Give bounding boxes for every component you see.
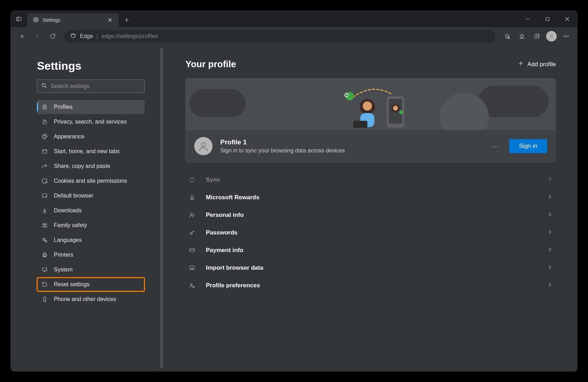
- signin-button[interactable]: Sign in: [509, 139, 547, 153]
- svg-point-7: [550, 35, 552, 37]
- collections-button[interactable]: [530, 30, 543, 43]
- sidebar-item-phone[interactable]: Phone and other devices: [37, 292, 145, 306]
- refresh-button[interactable]: [46, 30, 59, 43]
- svg-point-13: [44, 106, 45, 107]
- profile-avatar-icon: [194, 137, 213, 155]
- svg-rect-44: [190, 249, 195, 252]
- sidebar-item-label: Share, copy and paste: [54, 163, 110, 169]
- settings-heading: Settings: [37, 60, 145, 73]
- setting-label: Payment info: [206, 247, 537, 254]
- reset-icon: [41, 281, 48, 288]
- chevron-right-icon: [547, 194, 553, 201]
- new-tab-button[interactable]: [121, 14, 133, 26]
- language-icon: [41, 237, 48, 244]
- svg-point-23: [43, 224, 45, 225]
- setting-sync: Sync: [185, 171, 556, 189]
- svg-point-8: [564, 36, 565, 37]
- sidebar-item-label: Phone and other devices: [54, 296, 116, 302]
- setting-personal-info[interactable]: Personal info: [185, 206, 556, 224]
- sidebar-item-cookies[interactable]: Cookies and site permissions: [37, 174, 145, 188]
- sidebar-item-downloads[interactable]: Downloads: [37, 203, 145, 218]
- profile-icon: [41, 104, 48, 111]
- sidebar-item-label: Family safety: [54, 222, 87, 228]
- profile-more-button[interactable]: ···: [489, 142, 501, 150]
- sidebar-item-label: Printers: [54, 252, 73, 258]
- lock-icon: [41, 118, 48, 125]
- svg-point-42: [190, 213, 192, 215]
- browser-icon: [41, 192, 48, 199]
- setting-label: Sync: [206, 176, 537, 183]
- setting-rewards[interactable]: Microsoft Rewards: [185, 189, 556, 206]
- sidebar-item-label: System: [54, 267, 72, 273]
- sidebar-item-appearance[interactable]: Appearance: [37, 130, 145, 144]
- forward-button[interactable]: [31, 30, 44, 43]
- setting-passwords[interactable]: Passwords: [185, 224, 556, 242]
- edge-icon: [70, 32, 76, 40]
- search-icon: [41, 82, 47, 90]
- printer-icon: [41, 251, 48, 258]
- svg-rect-26: [44, 253, 46, 254]
- share-icon: [41, 163, 48, 170]
- sidebar-item-start[interactable]: Start, home, and new tabs: [37, 144, 145, 158]
- sidebar-item-label: Appearance: [54, 133, 84, 140]
- sync-icon: [188, 177, 196, 183]
- svg-point-9: [566, 36, 567, 37]
- add-profile-button[interactable]: Add profile: [518, 60, 556, 68]
- chevron-right-icon: [547, 211, 553, 219]
- sidebar-item-label: Profiles: [54, 104, 72, 110]
- import-icon: [188, 265, 196, 271]
- svg-rect-3: [546, 18, 549, 21]
- sidebar-item-label: Downloads: [54, 207, 82, 214]
- sidebar-item-languages[interactable]: Languages: [37, 233, 145, 247]
- svg-point-38: [393, 106, 398, 111]
- setting-import[interactable]: Import browser data: [185, 259, 556, 277]
- app-menu-button[interactable]: [559, 30, 573, 43]
- setting-payment[interactable]: Payment info: [185, 242, 556, 259]
- tab-actions-button[interactable]: [11, 11, 27, 27]
- svg-rect-1: [17, 17, 19, 21]
- sidebar-item-label: Start, home, and new tabs: [54, 148, 120, 155]
- family-icon: [41, 222, 48, 229]
- chevron-right-icon: [547, 246, 553, 254]
- svg-point-32: [363, 101, 372, 111]
- address-bar[interactable]: Edge | edge://settings/profiles: [64, 30, 495, 43]
- close-window-button[interactable]: [557, 11, 577, 27]
- svg-point-10: [568, 36, 568, 37]
- profile-button[interactable]: [545, 30, 558, 43]
- back-button[interactable]: [15, 30, 29, 43]
- minimize-button[interactable]: [518, 11, 538, 27]
- svg-point-39: [399, 110, 403, 114]
- sidebar-item-system[interactable]: System: [37, 263, 145, 277]
- sidebar-item-label: Reset settings: [54, 281, 89, 288]
- key-icon: [188, 230, 196, 236]
- sidebar-item-family[interactable]: Family safety: [37, 218, 145, 232]
- sidebar-item-share[interactable]: Share, copy and paste: [37, 159, 145, 173]
- window-icon: [41, 148, 48, 155]
- chevron-right-icon: [547, 264, 553, 272]
- sidebar-item-privacy[interactable]: Privacy, search, and services: [37, 115, 145, 129]
- browser-tab[interactable]: Settings ✕: [27, 13, 119, 27]
- sidebar-scrollbar[interactable]: [160, 48, 163, 368]
- close-tab-button[interactable]: ✕: [105, 15, 114, 25]
- system-icon: [41, 266, 48, 273]
- setting-profile-prefs[interactable]: Profile preferences: [185, 277, 556, 294]
- search-settings-field[interactable]: [37, 80, 145, 93]
- sidebar-item-default-browser[interactable]: Default browser: [37, 189, 145, 203]
- favorites-button[interactable]: [515, 30, 529, 43]
- search-input[interactable]: [51, 83, 141, 89]
- maximize-button[interactable]: [538, 11, 557, 27]
- chevron-right-icon: [547, 282, 553, 289]
- address-url: edge://settings/profiles: [102, 33, 158, 39]
- sidebar-item-reset[interactable]: Reset settings: [37, 277, 145, 292]
- setting-label: Passwords: [206, 229, 537, 236]
- svg-point-24: [45, 224, 47, 225]
- svg-rect-0: [17, 17, 21, 21]
- person-icon: [188, 212, 196, 218]
- sidebar-item-label: Privacy, search, and services: [54, 119, 127, 125]
- add-favorite-button[interactable]: [500, 30, 514, 43]
- cookie-icon: [41, 177, 48, 184]
- sidebar-item-profiles[interactable]: Profiles: [37, 100, 145, 114]
- sidebar-item-printers[interactable]: Printers: [37, 248, 145, 262]
- setting-label: Profile preferences: [206, 282, 537, 289]
- chevron-right-icon: [547, 176, 553, 184]
